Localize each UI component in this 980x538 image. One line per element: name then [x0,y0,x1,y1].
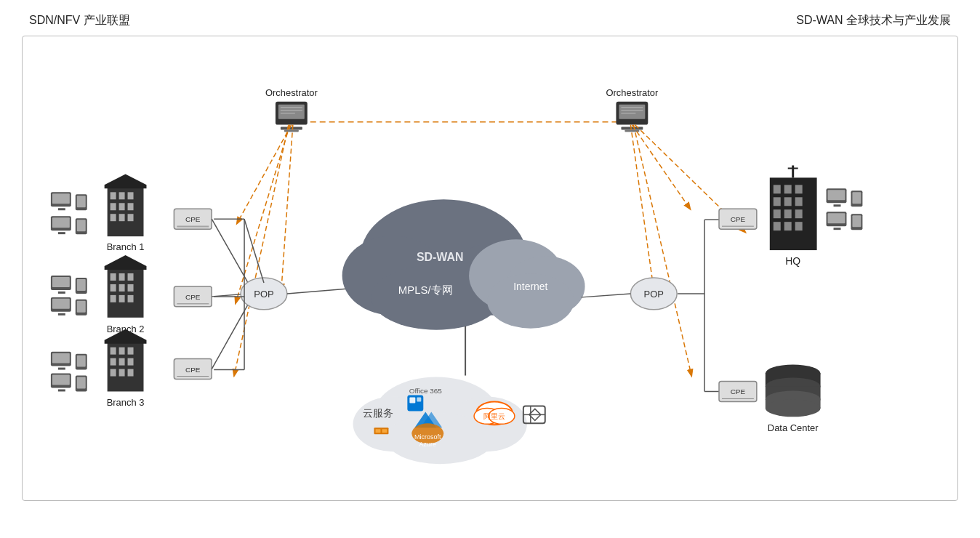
svg-rect-76 [58,368,65,370]
cloud-services-label: 云服务 [363,407,393,419]
svg-text:CPE: CPE [185,366,201,374]
svg-rect-134 [828,190,846,200]
svg-rect-85 [111,348,116,355]
svg-rect-135 [834,204,841,206]
svg-rect-90 [128,358,134,366]
svg-rect-27 [77,196,86,207]
svg-rect-63 [111,284,116,292]
svg-rect-87 [128,348,134,355]
datacenter-label: Data Center [768,422,819,433]
internet-label: Internet [513,281,547,292]
svg-line-110 [582,294,631,297]
svg-rect-29 [52,217,70,228]
svg-rect-60 [111,273,116,281]
svg-rect-3 [281,127,302,130]
svg-rect-58 [77,301,86,313]
svg-line-20 [633,125,691,376]
svg-rect-129 [784,222,792,230]
svg-rect-119 [774,185,781,193]
svg-rect-178 [382,429,387,433]
svg-rect-121 [795,185,803,193]
svg-rect-2 [278,105,305,119]
svg-rect-125 [774,209,781,218]
pop-left-label: POP [254,289,273,300]
svg-rect-123 [784,197,792,206]
azure-label: Microsoft [414,433,441,441]
svg-rect-65 [128,284,134,292]
svg-point-152 [766,399,821,417]
svg-rect-127 [795,209,803,218]
svg-rect-142 [852,215,861,227]
svg-line-48 [212,219,248,283]
svg-rect-30 [58,232,65,234]
svg-line-21 [630,125,654,290]
svg-rect-86 [119,348,125,355]
svg-rect-78 [77,356,86,367]
svg-marker-69 [105,255,147,270]
svg-rect-75 [52,353,70,364]
svg-rect-137 [852,192,861,204]
diagram-container: Orchestrator Orchestrator [22,36,958,501]
svg-rect-35 [119,192,125,199]
svg-text:CPE: CPE [731,388,746,396]
svg-rect-122 [774,197,781,206]
branch3-label: Branch 3 [107,397,145,408]
svg-rect-64 [119,284,125,292]
svg-rect-164 [417,397,421,401]
svg-rect-50 [52,277,70,287]
svg-rect-56 [58,313,65,316]
svg-line-17 [234,125,289,376]
svg-text:CPE: CPE [731,215,746,223]
svg-rect-41 [119,214,125,221]
svg-rect-67 [119,295,125,302]
svg-text:Azure: Azure [419,441,436,448]
svg-rect-80 [52,375,70,385]
svg-rect-55 [52,299,70,309]
svg-text:CPE: CPE [185,215,201,223]
svg-rect-92 [119,369,125,377]
pop-right-label: POP [644,289,664,300]
svg-rect-120 [784,185,792,193]
svg-rect-25 [58,208,65,210]
office365-label: Office 365 [409,387,443,395]
svg-rect-39 [128,203,134,210]
svg-rect-126 [784,209,792,218]
orchestrator-left-label: Orchestrator [265,87,318,98]
svg-rect-61 [119,273,125,281]
sdwan-label: SD-WAN [417,251,464,263]
svg-rect-89 [119,358,125,366]
svg-rect-68 [128,295,134,302]
svg-rect-124 [795,197,803,206]
svg-rect-140 [834,228,841,230]
svg-rect-53 [77,279,86,291]
svg-rect-10 [621,127,643,130]
svg-rect-128 [774,222,781,230]
svg-line-15 [237,125,292,224]
svg-rect-163 [409,397,415,403]
svg-rect-37 [111,203,116,210]
header-left-label: SDN/NFV 产业联盟 [29,13,130,28]
svg-rect-32 [77,220,86,231]
svg-rect-83 [77,377,86,389]
mpls-label: MPLS/专网 [398,284,453,296]
svg-rect-42 [128,214,134,221]
orchestrator-right-label: Orchestrator [606,87,659,98]
svg-rect-88 [111,358,116,366]
svg-rect-4 [284,130,299,132]
svg-rect-34 [111,192,116,199]
svg-rect-38 [119,203,125,210]
svg-rect-24 [52,193,70,204]
header-right-label: SD-WAN 全球技术与产业发展 [796,13,951,28]
svg-rect-66 [111,295,116,302]
svg-rect-93 [128,369,134,377]
branch1-label: Branch 1 [107,241,145,252]
svg-rect-91 [111,369,116,377]
svg-rect-51 [58,292,65,294]
svg-rect-9 [619,105,645,119]
svg-marker-43 [105,174,147,188]
svg-rect-62 [128,273,134,281]
svg-rect-139 [828,213,846,223]
svg-text:CPE: CPE [185,293,201,301]
svg-rect-177 [375,429,380,433]
alicloud-label: 阿里云 [483,412,505,420]
